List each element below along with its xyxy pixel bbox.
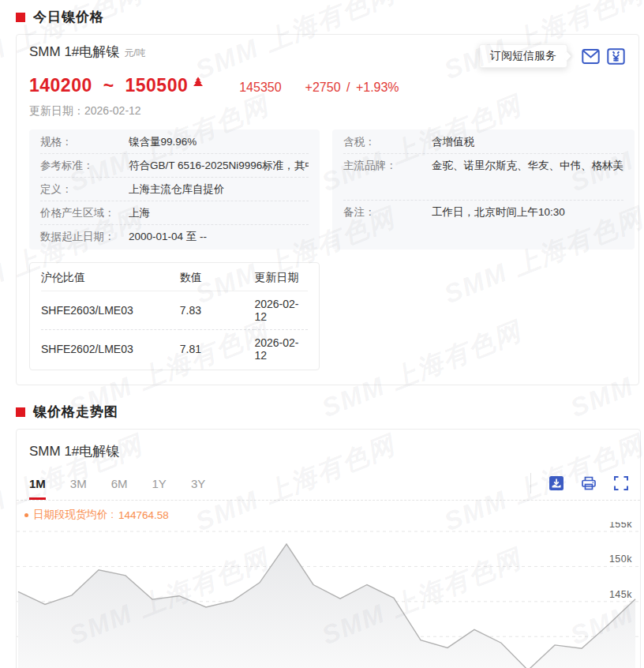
fullscreen-icon[interactable] <box>613 475 629 491</box>
info-value: 符合GB/T 6516-2025Ni9996标准，其中镍... <box>129 159 309 171</box>
update-date-row: 更新日期：2026-02-12 <box>29 104 626 118</box>
info-label: 主流品牌： <box>343 159 432 194</box>
average-price: 145350 <box>239 81 281 95</box>
chart-toolbar <box>530 473 629 500</box>
info-row-spec: 规格： 镍含量99.96% <box>40 130 309 153</box>
info-row-region: 价格产生区域： 上海 <box>40 201 309 224</box>
table-row: SHFE2603/LME03 7.83 2026-02-12 <box>41 291 308 330</box>
price-range: 140200 ~ 150500 <box>29 75 188 96</box>
section-title-trend: 镍价格走势图 <box>33 403 118 421</box>
spec-info-box: 规格： 镍含量99.96% 参考标准： 符合GB/T 6516-2025Ni99… <box>29 129 320 250</box>
info-label: 价格产生区域： <box>40 207 129 219</box>
info-value: 镍含量99.96% <box>129 136 197 148</box>
tab-3y[interactable]: 3Y <box>191 477 205 500</box>
info-grid: 规格： 镍含量99.96% 参考标准： 符合GB/T 6516-2025Ni99… <box>29 129 626 250</box>
chart-title: SMM 1#电解镍 <box>29 442 640 460</box>
info-value: 上海 <box>129 207 150 219</box>
price-row: 140200 ~ 150500 145350 +2750 / +1.93% <box>29 75 626 96</box>
mail-icon[interactable] <box>580 46 601 66</box>
section-today-price-header: 今日镍价格 <box>16 8 644 26</box>
chart-card: SMM 1#电解镍 1M 3M 6M 1Y 3Y <box>16 429 641 668</box>
price-up-icon <box>192 76 204 90</box>
info-value: 工作日，北京时间上午10:30 <box>432 206 565 243</box>
chart-controls-row: 1M 3M 6M 1Y 3Y <box>17 473 640 500</box>
ratio-col-name: 沪伦比值 <box>41 265 180 291</box>
red-square-bullet <box>16 407 25 417</box>
ratio-col-value: 数值 <box>180 265 255 291</box>
legend-dot-icon <box>24 513 28 517</box>
section-title-today: 今日镍价格 <box>33 8 104 26</box>
y-axis-label: 150k <box>609 554 632 565</box>
info-row-definition: 定义： 上海主流仓库自提价 <box>40 177 309 201</box>
price-unit: 元/吨 <box>124 47 145 58</box>
subscribe-tooltip-text: 订阅短信服务 <box>490 49 556 62</box>
trend-chart-svg: 155k150k145k140k135k130k2026/01/122026/0… <box>17 522 638 668</box>
ratio-date: 2026-02-12 <box>254 330 308 369</box>
toolbar-divider <box>530 473 531 493</box>
price-change: +2750 / +1.93% <box>305 81 399 95</box>
y-axis-label: 155k <box>609 522 632 530</box>
legend-value: 144764.58 <box>118 509 169 521</box>
product-title-wrap: SMM 1#电解镍元/吨 <box>29 43 146 61</box>
ratio-date: 2026-02-12 <box>254 291 308 330</box>
shfe-lme-ratio-table: 沪伦比值 数值 更新日期 SHFE2603/LME03 7.83 2026-02… <box>29 262 320 370</box>
info-label: 规格： <box>40 136 129 148</box>
info-label: 含税： <box>343 136 432 148</box>
info-row-standard: 参考标准： 符合GB/T 6516-2025Ni9996标准，其中镍... <box>40 153 309 177</box>
info-row-date-range: 数据起止日期： 2000-01-04 至 -- <box>40 224 309 248</box>
update-date-label: 更新日期： <box>29 104 84 117</box>
ratio-pair: SHFE2602/LME03 <box>41 330 180 369</box>
section-trend-chart-header: 镍价格走势图 <box>16 403 644 421</box>
tab-6m[interactable]: 6M <box>111 477 128 500</box>
save-image-icon[interactable] <box>549 475 564 491</box>
nickel-price-page: 今日镍价格 SMM 1#电解镍元/吨 订阅短信服务 <box>0 0 644 668</box>
ratio-pair: SHFE2603/LME03 <box>41 291 180 330</box>
info-label: 备注： <box>343 206 432 243</box>
tax-info-box: 含税： 含增值税 主流品牌： 金驼、诺里尔斯克、华友、中伟、格林美 备注： 工作… <box>332 129 635 250</box>
info-label: 定义： <box>40 183 129 195</box>
info-row-remark: 备注： 工作日，北京时间上午10:30 <box>343 200 623 249</box>
price-area-fill <box>18 544 635 668</box>
info-label: 参考标准： <box>40 159 129 171</box>
tab-3m[interactable]: 3M <box>70 477 87 500</box>
info-row-brands: 主流品牌： 金驼、诺里尔斯克、华友、中伟、格林美 <box>343 153 623 200</box>
chart-legend: 日期段现货均价 : 144764.58 <box>17 501 640 522</box>
subscribe-area: 订阅短信服务 <box>479 44 626 68</box>
subscribe-tooltip: 订阅短信服务 <box>479 44 567 68</box>
ratio-value: 7.81 <box>180 330 255 369</box>
print-icon[interactable] <box>581 475 597 491</box>
update-date-value: 2026-02-12 <box>84 104 141 117</box>
legend-label: 日期段现货均价 : <box>33 508 114 522</box>
ratio-value: 7.83 <box>180 291 255 330</box>
price-card: SMM 1#电解镍元/吨 订阅短信服务 <box>16 34 639 385</box>
product-title: SMM 1#电解镍 <box>29 44 119 59</box>
info-value: 2000-01-04 至 -- <box>129 231 207 242</box>
range-tabs: 1M 3M 6M 1Y 3Y <box>29 477 205 500</box>
price-card-head: SMM 1#电解镍元/吨 订阅短信服务 <box>29 43 626 68</box>
red-square-bullet <box>16 13 25 22</box>
table-row: SHFE2602/LME03 7.81 2026-02-12 <box>41 330 308 369</box>
info-value: 金驼、诺里尔斯克、华友、中伟、格林美 <box>432 159 623 194</box>
info-label: 数据起止日期： <box>40 231 129 242</box>
info-value: 含增值税 <box>432 136 474 148</box>
tab-1y[interactable]: 1Y <box>152 477 167 500</box>
ratio-col-date: 更新日期 <box>254 265 308 291</box>
tooltip-arrow <box>562 51 571 60</box>
info-value: 上海主流仓库自提价 <box>129 183 225 195</box>
yen-subscribe-icon[interactable] <box>605 46 626 66</box>
info-row-tax: 含税： 含增值税 <box>343 130 623 153</box>
ratio-header-row: 沪伦比值 数值 更新日期 <box>41 265 308 291</box>
tab-1m[interactable]: 1M <box>29 477 46 500</box>
y-axis-label: 145k <box>609 589 632 600</box>
price-trend-chart[interactable]: 155k150k145k140k135k130k2026/01/122026/0… <box>17 522 638 668</box>
